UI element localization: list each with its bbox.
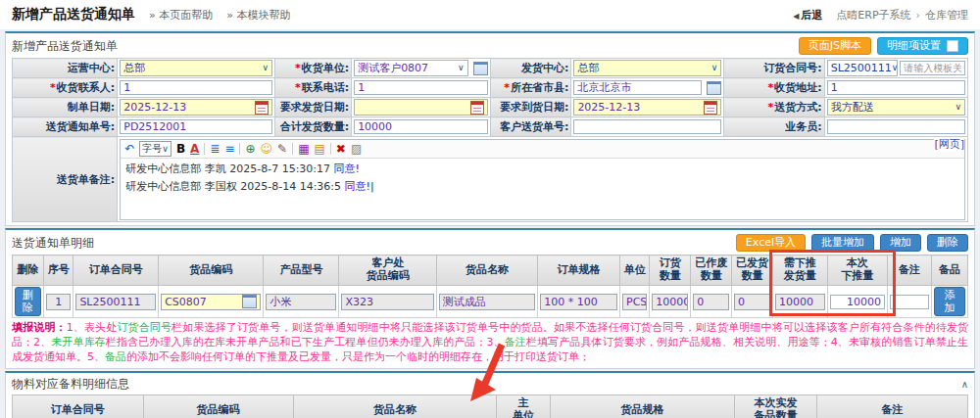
batch-add-button[interactable]: 批量增加 [811,234,874,252]
col-spec: 订单规格 [538,255,620,286]
contract-no-select[interactable]: SL2500111 [827,60,899,76]
template-keyword-input[interactable] [900,61,965,75]
picture-icon[interactable]: ▨ [351,143,362,155]
op-center-select[interactable]: 总部 [120,60,272,76]
row-current-qty-input[interactable] [830,295,885,309]
cust-delivery-no-input[interactable] [573,119,721,134]
col-m-name: 货品名称 [293,395,497,418]
make-date-field[interactable]: 2025-12-13 [120,99,272,116]
collapse-icon[interactable]: ∧ [961,379,968,390]
breadcrumb-module[interactable]: 仓库管理 [925,8,968,23]
calendar-icon[interactable] [470,101,484,115]
form-panel-title: 新增产品送货通知单 [12,38,118,55]
picker-icon[interactable] [473,62,488,75]
col-cust-code: 客户处货品编码 [339,255,436,286]
chevron-down-icon [263,64,270,72]
row-add-button[interactable]: 添加 [934,287,965,316]
back-icon: ◀ [793,12,799,21]
table-icon[interactable]: ▤ [314,143,324,155]
remark-editor: [网页] ↶ 字号 B A ≣ ≡ ⊕ [120,138,965,220]
label-contract-no: 订货合同号: [724,59,824,78]
form-panel-header: 新增产品送货通知单 页面JS脚本 明细项设置 [12,36,968,56]
row-seq: 1 [46,294,71,310]
webpage-link[interactable]: [网页] [934,137,964,152]
emoji-icon[interactable]: ☺ [261,143,273,155]
col-remark: 备注 [888,255,932,286]
col-code: 货品编码 [159,255,264,286]
fill-instructions: 填报说明：1、表头处订货合同号栏如果选择了订货单号，则送货单通知明细中将只能选择… [12,321,968,365]
delete-rows-button[interactable]: 删除 [927,234,968,252]
text-cursor: | [370,180,374,193]
col-m-spare-qty: 本次实发备品数量 [735,395,817,418]
page-js-button[interactable]: 页面JS脚本 [799,37,871,55]
col-m-unit: 主单位 [497,395,551,418]
row-shipped-qty: 0 [734,294,770,310]
header-form: 运营中心: 总部 *收货单位: 测试客户0807 发货中心: 总部 订货合同号:… [12,58,968,222]
remark-editor-body[interactable]: 研发中心信息部 李凯 2025-8-7 15:30:17 同意! 研发中心信息部… [121,159,964,219]
bold-icon[interactable]: B [176,143,185,155]
row-delete-button[interactable]: 删除 [15,287,41,316]
row-code-field[interactable]: CS0807 [161,294,261,310]
link-icon[interactable]: ⊕ [245,143,255,155]
undo-icon[interactable]: ↶ [124,143,134,155]
breadcrumb-system[interactable]: 点晴ERP子系统 [836,8,910,23]
col-order-qty: 订货数量 [650,255,691,286]
stop-icon[interactable]: ✖ [336,143,346,155]
materials-panel-title: 物料对应备料明细信息 [12,376,129,393]
chevron-down-icon [892,64,898,72]
calendar-icon[interactable] [704,101,717,115]
label-address: *收货地址: [724,78,824,98]
page: 新增产品送货通知单 » 本页面帮助 » 本模块帮助 ◀后退 点晴ERP子系统 ›… [0,0,980,418]
page-help-link[interactable]: » 本页面帮助 [149,8,213,23]
back-label: 后退 [801,9,822,22]
back-button[interactable]: ◀后退 [793,8,822,23]
col-m-spec: 货品规格 [550,395,734,418]
address-input[interactable] [827,80,965,95]
materials-panel: 物料对应备料明细信息 ∧ 订单合同号 货品编码 货品名称 主单位 货品规格 本次… [5,371,975,418]
font-color-icon[interactable]: A [190,143,199,155]
col-shipped-qty: 已发货数量 [732,255,773,286]
excel-import-button[interactable]: Excel导入 [736,234,806,252]
edit-icon[interactable]: ✎ [277,143,287,155]
details-panel: 送货通知单明细 Excel导入 批量增加 增加 删除 删除 序号 订单合同号 [5,228,975,369]
chevron-down-icon [955,103,961,112]
list-icon[interactable]: ≡ [224,143,234,155]
approval-line: 研发中心信息部 李凯 2025-8-7 15:30:17 同意! [125,161,959,178]
label-salesman: 业务员: [724,117,824,137]
col-model: 产品型号 [264,255,339,286]
province-input[interactable] [573,80,702,95]
detail-settings-button[interactable]: 明细项设置 [877,37,968,55]
total-qty-input[interactable] [354,119,487,134]
row-order-qty: 10000 [652,294,688,310]
col-contract: 订单合同号 [74,255,159,286]
align-icon[interactable]: ≣ [210,143,220,155]
calendar-icon[interactable] [255,101,269,115]
ship-center-select[interactable]: 总部 [573,60,721,76]
col-unit: 单位 [620,255,650,286]
recv-contact-input[interactable] [120,80,272,95]
notice-no-input[interactable] [120,119,272,134]
recv-unit-select[interactable]: 测试客户0807 [354,60,467,76]
ship-method-select[interactable]: 我方配送 [827,99,965,116]
col-m-contract: 订单合同号 [13,395,144,418]
add-row-button[interactable]: 增加 [880,234,921,252]
module-help-link[interactable]: » 本模块帮助 [226,8,290,23]
col-seq: 序号 [44,255,74,286]
chevron-down-icon [458,64,465,72]
row-remark-input[interactable] [890,295,929,309]
font-size-select[interactable]: 字号 [139,141,172,157]
salesman-input[interactable] [827,119,965,134]
image-icon[interactable]: ▦ [298,143,309,155]
phone-input[interactable] [354,80,487,95]
picker-icon[interactable] [707,81,721,95]
row-contract: SL2500111 [75,294,156,310]
req-arrive-date-field[interactable]: 2025-12-13 [573,99,721,116]
page-title: 新增产品送货通知单 [12,6,135,23]
req-ship-date-field[interactable] [354,99,487,116]
details-panel-title: 送货通知单明细 [12,235,94,252]
col-name: 货品名称 [436,255,537,286]
detail-settings-checkbox[interactable] [947,40,958,52]
row-cust-code: X323 [341,294,433,310]
picker-icon[interactable] [242,295,257,308]
label-op-center: 运营中心: [13,59,118,78]
